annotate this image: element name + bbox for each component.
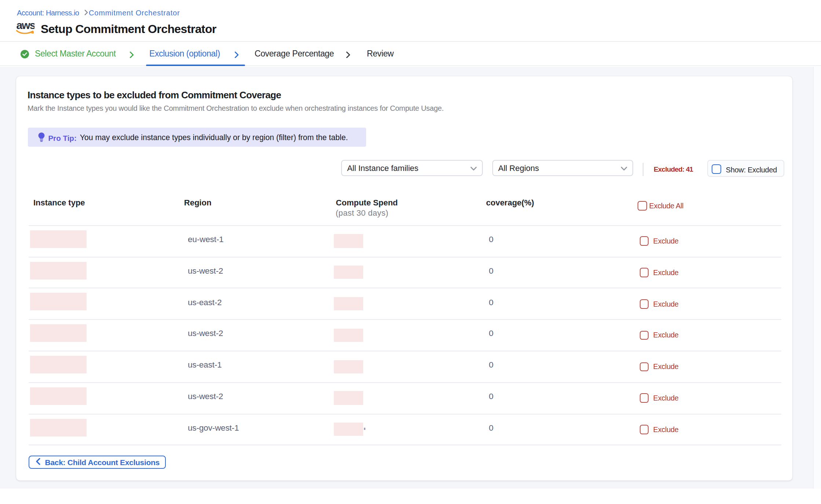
svg-text:aws: aws xyxy=(17,22,35,31)
